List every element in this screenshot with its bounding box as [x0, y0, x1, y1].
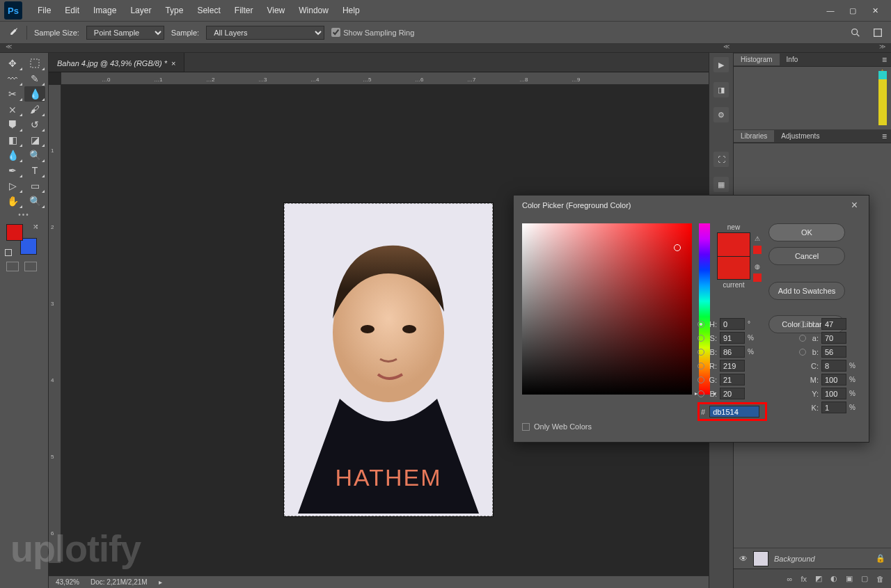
current-color-swatch[interactable]	[717, 256, 750, 280]
a-input[interactable]	[821, 332, 846, 344]
menu-file[interactable]: File	[31, 6, 58, 15]
quickmask-mode-icon[interactable]	[24, 262, 37, 271]
swap-colors-icon[interactable]: ⤭	[33, 223, 38, 230]
gradient-tool[interactable]: ◪	[24, 132, 45, 148]
r-input[interactable]	[720, 360, 745, 372]
saturation-brightness-field[interactable]	[522, 223, 692, 395]
h-input[interactable]	[720, 318, 745, 330]
path-select-tool[interactable]: ▷	[2, 178, 23, 193]
eyedropper-tool[interactable]: 💧	[24, 86, 45, 102]
b2-radio[interactable]	[697, 390, 704, 397]
search-icon[interactable]	[849, 26, 862, 39]
pen-tool[interactable]: ✒	[2, 163, 23, 178]
zoom-readout[interactable]: 43,92%	[56, 578, 79, 586]
type-tool[interactable]: T	[24, 163, 45, 178]
delete-icon[interactable]: 🗑	[876, 575, 884, 583]
panel-menu-icon[interactable]: ≡	[878, 55, 891, 65]
tab-adjustments[interactable]: Adjustments	[774, 130, 826, 142]
bb-radio[interactable]	[799, 349, 806, 356]
gamut-warning-icon[interactable]: ⚠	[753, 235, 762, 243]
only-web-colors-check[interactable]: Only Web Colors	[522, 422, 592, 431]
layer-row[interactable]: 👁 Background 🔒	[734, 548, 891, 569]
move-tool[interactable]: ✥	[2, 56, 23, 71]
lasso-tool[interactable]: 〰	[2, 71, 23, 86]
s-input[interactable]	[720, 332, 745, 344]
collapse-right-arrow-icon[interactable]: ≪	[723, 43, 730, 50]
cancel-button[interactable]: Cancel	[768, 247, 845, 265]
ok-button[interactable]: OK	[768, 223, 845, 241]
stamp-tool[interactable]: ⛊	[2, 117, 23, 132]
collapse-panel-arrow-icon[interactable]: ≫	[879, 43, 885, 50]
group-icon[interactable]: ▣	[846, 574, 853, 583]
dialog-titlebar[interactable]: Color Picker (Foreground Color) ×	[514, 196, 869, 215]
menu-help[interactable]: Help	[336, 6, 367, 15]
websafe-warning-icon[interactable]: ◍	[753, 262, 762, 271]
s-radio[interactable]	[697, 335, 704, 342]
edit-toolbar-button[interactable]: •••	[2, 209, 46, 220]
sample-select[interactable]: All Layers	[206, 26, 324, 40]
dodge-tool[interactable]: 🔍	[24, 148, 45, 163]
color-cursor[interactable]	[674, 244, 681, 251]
b2-input[interactable]	[720, 388, 745, 399]
standard-mode-icon[interactable]	[6, 262, 19, 271]
default-colors-icon[interactable]	[5, 249, 12, 256]
adjustment-layer-icon[interactable]: ◐	[830, 574, 837, 583]
fx-icon[interactable]: fx	[801, 575, 807, 583]
frame-icon[interactable]	[872, 26, 884, 39]
layer-lock-icon[interactable]: 🔒	[876, 554, 885, 563]
blur-tool[interactable]: 💧	[2, 148, 23, 163]
g-input[interactable]	[720, 374, 745, 386]
tab-info[interactable]: Info	[780, 54, 805, 65]
foreground-color-swatch[interactable]	[6, 224, 23, 241]
maximize-button[interactable]: ▢	[848, 6, 858, 15]
l-input[interactable]	[821, 318, 846, 330]
quick-select-tool[interactable]: ✎	[24, 71, 45, 86]
history-icon[interactable]: ◨	[713, 82, 729, 97]
menu-edit[interactable]: Edit	[58, 6, 86, 15]
menu-filter[interactable]: Filter	[228, 6, 260, 15]
history-brush-tool[interactable]: ↺	[24, 117, 45, 132]
swatches-icon[interactable]: ▦	[713, 177, 729, 192]
b-input[interactable]	[720, 346, 745, 358]
close-tab-icon[interactable]: ×	[171, 59, 175, 67]
brushes-icon[interactable]: ⛶	[713, 152, 729, 167]
layer-thumbnail[interactable]	[753, 551, 768, 566]
hand-tool[interactable]: ✋	[2, 193, 23, 209]
collapse-left-arrow-icon[interactable]: ≪	[6, 43, 12, 50]
add-to-swatches-button[interactable]: Add to Swatches	[768, 282, 845, 300]
lab-b-input[interactable]	[821, 346, 846, 358]
sample-size-select[interactable]: Point Sample	[86, 26, 164, 40]
m-input[interactable]	[821, 374, 846, 386]
hex-input[interactable]	[709, 406, 759, 418]
menu-view[interactable]: View	[260, 6, 292, 15]
marquee-tool[interactable]	[24, 56, 45, 71]
gamut-warning-swatch[interactable]	[753, 246, 762, 254]
link-layers-icon[interactable]: ∞	[787, 575, 793, 583]
status-more-icon[interactable]: ▸	[159, 578, 162, 586]
y-input[interactable]	[821, 388, 846, 399]
c-input[interactable]	[821, 360, 846, 372]
brush-tool[interactable]: 🖌	[24, 102, 45, 117]
eraser-tool[interactable]: ◧	[2, 132, 23, 148]
menu-select[interactable]: Select	[190, 6, 227, 15]
r-radio[interactable]	[697, 363, 704, 370]
h-radio[interactable]	[697, 321, 704, 328]
menu-type[interactable]: Type	[158, 6, 190, 15]
menu-layer[interactable]: Layer	[123, 6, 158, 15]
minimize-button[interactable]: —	[826, 6, 835, 15]
new-layer-icon[interactable]: ▢	[861, 574, 868, 583]
doc-size-readout[interactable]: Doc: 2,21M/2,21M	[90, 578, 148, 586]
shape-tool[interactable]: ▭	[24, 178, 45, 193]
k-input[interactable]	[821, 402, 846, 413]
close-dialog-button[interactable]: ×	[849, 199, 860, 212]
tab-libraries[interactable]: Libraries	[734, 130, 774, 142]
crop-tool[interactable]: ✂	[2, 86, 23, 102]
document-tab[interactable]: Bahan 4.jpg @ 43,9% (RGB/8) *×	[49, 53, 184, 72]
healing-tool[interactable]: ⨯	[2, 102, 23, 117]
tab-histogram[interactable]: Histogram	[734, 54, 780, 65]
a-radio[interactable]	[799, 335, 806, 342]
properties-icon[interactable]: ⚙	[713, 107, 729, 122]
menu-image[interactable]: Image	[86, 6, 123, 15]
show-sampling-ring-check[interactable]: Show Sampling Ring	[331, 28, 414, 37]
l-radio[interactable]	[799, 321, 806, 328]
